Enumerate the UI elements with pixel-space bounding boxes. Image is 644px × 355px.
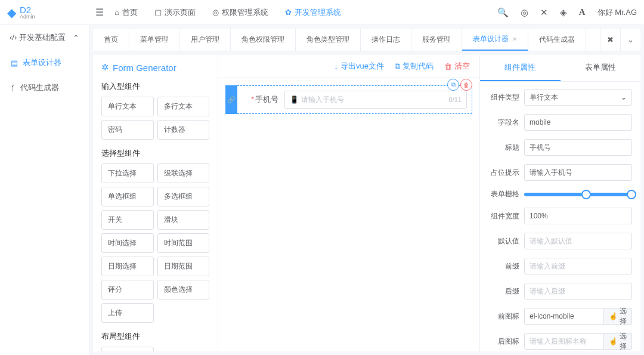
input-field-name[interactable]	[524, 114, 632, 131]
comp-upload[interactable]: 上传	[101, 303, 154, 323]
group-select-title: 选择型组件	[101, 148, 209, 159]
logo-name: D2	[20, 5, 35, 14]
input-suffix-icon[interactable]	[524, 333, 604, 350]
menu-toggle-icon[interactable]: ☰	[95, 7, 104, 18]
tab-menu[interactable]: 菜单管理	[129, 29, 180, 51]
tabs-close-button[interactable]: ✖	[600, 29, 620, 51]
clear-button[interactable]: 🗑清空	[444, 61, 470, 72]
comp-switch[interactable]: 开关	[101, 210, 154, 230]
input-prefix[interactable]	[524, 258, 632, 274]
close-icon: ✖	[607, 35, 614, 44]
search-icon[interactable]: 🔍	[497, 7, 509, 18]
comp-date[interactable]: 日期选择	[101, 257, 154, 276]
user-greeting[interactable]: 你好 Mr.AG	[597, 7, 637, 18]
tab-component-props[interactable]: 组件属性	[480, 55, 561, 81]
sidebar-item-form[interactable]: ▤表单设计器	[0, 50, 89, 75]
input-title[interactable]	[524, 139, 632, 156]
label-prefix イコン: 前图标	[488, 311, 524, 322]
label-suffix-icon: 后图标	[488, 337, 524, 347]
clone-button[interactable]: ⧉	[447, 79, 459, 91]
component-panel: ✲Form Generator 输入型组件 单行文本 多行文本 密码 计数器 选…	[93, 55, 218, 351]
comp-checkbox[interactable]: 多选框组	[157, 187, 210, 206]
shield-icon: ◎	[212, 8, 219, 17]
canvas-toolbar: ↓导出vue文件 ⧉复制代码 🗑清空	[218, 55, 479, 78]
nav-perm[interactable]: ◎权限管理系统	[212, 7, 268, 18]
group-layout-title: 布局型组件	[101, 331, 209, 342]
folder-icon: ▢	[154, 8, 162, 17]
label-span: 表单栅格	[488, 189, 524, 199]
delete-button[interactable]: 🗑	[460, 79, 472, 91]
tabs-more-button[interactable]: ⌄	[620, 29, 640, 51]
input-default[interactable]	[524, 233, 632, 249]
font-icon[interactable]: A	[579, 7, 586, 17]
tab-role-perm[interactable]: 角色权限管理	[231, 29, 296, 51]
comp-color[interactable]: 颜色选择	[157, 280, 210, 300]
chevron-down-icon: ⌄	[621, 93, 627, 101]
input-suffix[interactable]	[524, 283, 632, 300]
comp-single-text[interactable]: 单行文本	[101, 97, 154, 116]
nav-demo[interactable]: ▢演示页面	[154, 7, 196, 18]
comp-slider[interactable]: 滑块	[157, 210, 210, 230]
comp-time-range[interactable]: 时间范围	[157, 233, 210, 253]
slider-span[interactable]	[524, 193, 632, 196]
comp-select[interactable]: 下拉选择	[101, 163, 154, 183]
sidebar: ‹/› 开发基础配置 ⌃ ▤表单设计器 ᚶ代码生成器	[0, 25, 89, 355]
comp-cascader[interactable]: 级联选择	[157, 163, 210, 183]
close-icon[interactable]: ✕	[512, 36, 517, 42]
label-field-name: 字段名	[488, 118, 524, 128]
sidebar-item-code[interactable]: ᚶ代码生成器	[0, 75, 89, 100]
logo[interactable]: ◆ D2 Admin	[7, 5, 85, 20]
diamond-icon[interactable]: ◈	[560, 7, 567, 18]
pick-prefix-icon-button[interactable]: ☝选择	[604, 308, 632, 325]
comp-rate[interactable]: 评分	[101, 280, 154, 300]
form-canvas: ↓导出vue文件 ⧉复制代码 🗑清空 🔗 ⧉ 🗑 *手机号	[218, 55, 479, 351]
gear-icon: ✿	[285, 8, 292, 17]
sidebar-group-dev[interactable]: ‹/› 开发基础配置 ⌃	[0, 25, 89, 50]
comp-time[interactable]: 时间选择	[101, 233, 154, 253]
copy-icon: ⧉	[451, 81, 456, 88]
comp-date-range[interactable]: 日期范围	[157, 257, 210, 276]
properties-panel: 组件属性 表单属性 组件类型单行文本⌄ 字段名 标题 占位提示 表单栅格 组件宽…	[479, 55, 640, 351]
home-icon: ⌂	[114, 8, 119, 17]
header-actions: 🔍 ◎ ✕ ◈ A 你好 Mr.AG	[497, 7, 637, 18]
export-button[interactable]: ↓导出vue文件	[335, 61, 384, 72]
tab-role-type[interactable]: 角色类型管理	[296, 29, 361, 51]
nav-home[interactable]: ⌂首页	[114, 7, 138, 18]
input-prefix-icon[interactable]	[524, 308, 604, 325]
tab-form-props[interactable]: 表单属性	[561, 55, 641, 81]
input-placeholder[interactable]	[524, 164, 632, 181]
comp-counter[interactable]: 计数器	[157, 120, 210, 140]
field-input-preview[interactable]: 📱请输入手机号 0/11	[284, 91, 467, 109]
tab-user[interactable]: 用户管理	[180, 29, 231, 51]
pick-suffix-icon-button[interactable]: ☝选择	[604, 333, 632, 350]
chevron-down-icon: ⌄	[627, 35, 634, 44]
copy-icon: ⧉	[395, 61, 400, 71]
logo-icon: ◆	[7, 5, 16, 20]
select-comp-type[interactable]: 单行文本⌄	[524, 89, 632, 106]
branch-icon: ᚶ	[11, 84, 16, 92]
comp-row[interactable]: 行容器	[101, 347, 154, 351]
page-tabs: 首页 菜单管理 用户管理 角色权限管理 角色类型管理 操作日志 服务管理 表单设…	[93, 29, 640, 51]
comp-password[interactable]: 密码	[101, 120, 154, 140]
comp-radio[interactable]: 单选框组	[101, 187, 154, 206]
input-width[interactable]	[524, 208, 632, 224]
app-header: ◆ D2 Admin ☰ ⌂首页 ▢演示页面 ◎权限管理系统 ✿开发管理系统 🔍…	[0, 0, 644, 25]
comp-multi-text[interactable]: 多行文本	[157, 97, 210, 116]
drag-handle-icon[interactable]: 🔗	[225, 85, 237, 114]
fullscreen-icon[interactable]: ✕	[540, 7, 548, 18]
target-icon[interactable]: ◎	[521, 7, 528, 18]
copy-button[interactable]: ⧉复制代码	[395, 61, 434, 72]
field-mobile[interactable]: 🔗 ⧉ 🗑 *手机号 📱请输入手机号 0/11	[225, 85, 472, 114]
group-input-title: 输入型组件	[101, 81, 209, 92]
nav-dev[interactable]: ✿开发管理系统	[285, 7, 341, 18]
top-nav: ⌂首页 ▢演示页面 ◎权限管理系统 ✿开发管理系统	[114, 7, 341, 18]
pointer-icon: ☝	[609, 337, 618, 345]
tab-form-designer[interactable]: 表单设计器✕	[462, 29, 528, 51]
form-icon: ▤	[11, 58, 18, 67]
tab-log[interactable]: 操作日志	[361, 29, 411, 51]
tab-home[interactable]: 首页	[93, 29, 129, 51]
tab-service[interactable]: 服务管理	[411, 29, 462, 51]
tab-code-gen[interactable]: 代码生成器	[528, 29, 586, 51]
label-width: 组件宽度	[488, 211, 524, 221]
label-default: 默认值	[488, 236, 524, 246]
